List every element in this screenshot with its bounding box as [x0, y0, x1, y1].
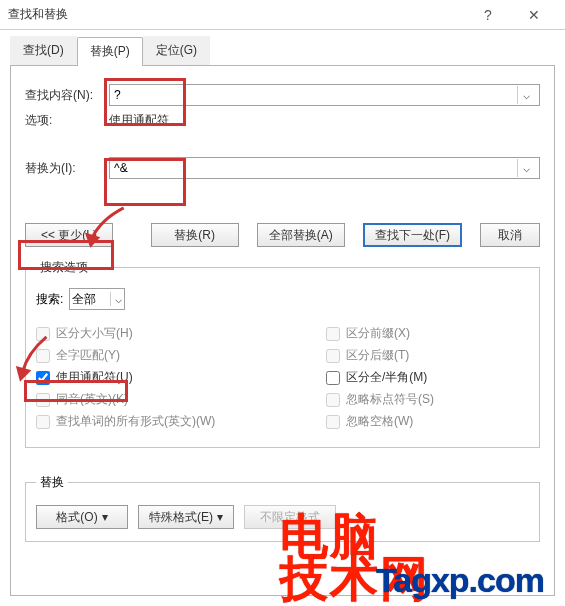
search-direction-value: 全部: [72, 291, 96, 308]
help-icon[interactable]: ?: [465, 0, 511, 30]
tabpanel-replace: 查找内容(N): ⌵ 选项: 使用通配符 替换为(I): ⌵ << 更少(L) …: [10, 66, 555, 596]
titlebar: 查找和替换 ? ✕: [0, 0, 565, 30]
replace-combo[interactable]: ⌵: [109, 157, 540, 179]
replace-row: 替换为(I): ⌵: [25, 157, 540, 179]
tab-find[interactable]: 查找(D): [10, 36, 77, 65]
match-case-checkbox: 区分大小写(H): [36, 325, 326, 342]
tab-goto[interactable]: 定位(G): [143, 36, 210, 65]
format-button[interactable]: 格式(O)▾: [36, 505, 128, 529]
whole-word-checkbox: 全字匹配(Y): [36, 347, 326, 364]
ignore-space-checkbox: 忽略空格(W): [326, 413, 529, 430]
find-options-row: 选项: 使用通配符: [25, 112, 540, 129]
search-direction-label: 搜索:: [36, 291, 63, 308]
cancel-button[interactable]: 取消: [480, 223, 540, 247]
chevron-down-icon[interactable]: ⌵: [517, 86, 535, 104]
sounds-like-checkbox: 同音(英文)(K): [36, 391, 326, 408]
chevron-down-icon[interactable]: ⌵: [517, 159, 535, 177]
find-next-button[interactable]: 查找下一处(F): [363, 223, 462, 247]
dialog-title: 查找和替换: [8, 6, 465, 23]
search-options-legend: 搜索选项: [36, 259, 92, 276]
tabs: 查找(D) 替换(P) 定位(G): [10, 38, 555, 66]
suffix-checkbox: 区分后缀(T): [326, 347, 529, 364]
find-label: 查找内容(N):: [25, 87, 109, 104]
less-button[interactable]: << 更少(L): [25, 223, 113, 247]
ignore-punct-checkbox: 忽略标点符号(S): [326, 391, 529, 408]
find-combo[interactable]: ⌵: [109, 84, 540, 106]
search-direction-row: 搜索: 全部 ⌵: [36, 288, 529, 310]
close-icon[interactable]: ✕: [511, 0, 557, 30]
options-value: 使用通配符: [109, 112, 169, 129]
search-direction-select[interactable]: 全部 ⌵: [69, 288, 125, 310]
dialog-body: 查找(D) 替换(P) 定位(G) 查找内容(N): ⌵ 选项: 使用通配符 替…: [0, 30, 565, 606]
replace-label: 替换为(I):: [25, 160, 109, 177]
find-input[interactable]: [114, 86, 517, 104]
checkbox-grid: 区分大小写(H) 全字匹配(Y) 使用通配符(U) 同音(英文)(K) 查找单词…: [36, 320, 529, 435]
special-format-button[interactable]: 特殊格式(E)▾: [138, 505, 234, 529]
wildcards-checkbox[interactable]: 使用通配符(U): [36, 369, 326, 386]
prefix-checkbox: 区分前缀(X): [326, 325, 529, 342]
find-row: 查找内容(N): ⌵: [25, 84, 540, 106]
replace-fieldset: 替换 格式(O)▾ 特殊格式(E)▾ 不限定格式: [25, 474, 540, 542]
no-format-button: 不限定格式: [244, 505, 336, 529]
tab-replace[interactable]: 替换(P): [77, 37, 143, 66]
full-half-checkbox[interactable]: 区分全/半角(M): [326, 369, 529, 386]
button-row: << 更少(L) 替换(R) 全部替换(A) 查找下一处(F) 取消: [25, 223, 540, 247]
search-options-fieldset: 搜索选项 搜索: 全部 ⌵ 区分大小写(H) 全字匹配(Y) 使用通配符(U) …: [25, 259, 540, 448]
replace-input[interactable]: [114, 159, 517, 177]
replace-all-button[interactable]: 全部替换(A): [257, 223, 345, 247]
all-word-forms-checkbox: 查找单词的所有形式(英文)(W): [36, 413, 326, 430]
options-label: 选项:: [25, 112, 109, 129]
chevron-down-icon: ▾: [102, 510, 108, 524]
chevron-down-icon: ⌵: [110, 292, 122, 306]
chevron-down-icon: ▾: [217, 510, 223, 524]
replace-fieldset-legend: 替换: [36, 474, 68, 491]
replace-button[interactable]: 替换(R): [151, 223, 239, 247]
